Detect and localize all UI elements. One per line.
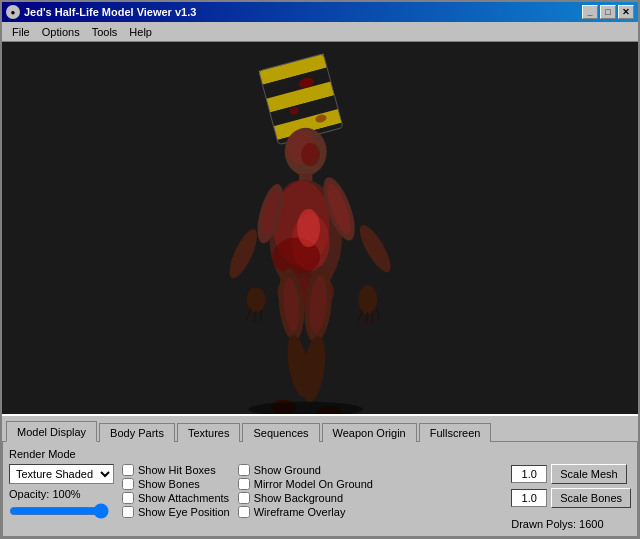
show-eye-position-checkbox[interactable] (122, 506, 134, 518)
model-svg (2, 42, 638, 414)
show-hit-boxes-row: Show Hit Boxes (122, 464, 230, 476)
tab-sequences[interactable]: Sequences (242, 423, 319, 442)
title-buttons: _ □ ✕ (582, 5, 634, 19)
scale-mesh-button[interactable]: Scale Mesh (551, 464, 626, 484)
opacity-slider-row (9, 504, 114, 518)
opacity-label: Opacity: 100% (9, 488, 114, 500)
maximize-button[interactable]: □ (600, 5, 616, 19)
show-attachments-checkbox[interactable] (122, 492, 134, 504)
minimize-button[interactable]: _ (582, 5, 598, 19)
wireframe-overlay-row: Wireframe Overlay (238, 506, 373, 518)
show-background-row: Show Background (238, 492, 373, 504)
scale-mesh-input[interactable] (511, 465, 547, 483)
show-bones-row: Show Bones (122, 478, 230, 490)
show-attachments-row: Show Attachments (122, 492, 230, 504)
app-icon: ● (6, 5, 20, 19)
show-background-checkbox[interactable] (238, 492, 250, 504)
render-mode-row: Render Mode (9, 448, 631, 460)
scale-bones-row: Scale Bones (511, 488, 631, 508)
mirror-model-checkbox[interactable] (238, 478, 250, 490)
render-mode-label: Render Mode (9, 448, 76, 460)
col-mid2: Show Ground Mirror Model On Ground Show … (238, 464, 373, 518)
show-bones-label: Show Bones (138, 478, 200, 490)
render-mode-select[interactable]: Texture Shaded Wireframe Flat Shaded Smo… (9, 464, 114, 484)
show-bones-checkbox[interactable] (122, 478, 134, 490)
wireframe-overlay-label: Wireframe Overlay (254, 506, 346, 518)
scale-bones-input[interactable] (511, 489, 547, 507)
title-bar-left: ● Jed's Half-Life Model Viewer v1.3 (6, 5, 196, 19)
wireframe-overlay-checkbox[interactable] (238, 506, 250, 518)
svg-point-14 (301, 143, 320, 166)
show-attachments-label: Show Attachments (138, 492, 229, 504)
model-container (2, 42, 638, 414)
menu-options[interactable]: Options (36, 24, 86, 40)
svg-point-24 (358, 285, 377, 314)
col-mid1: Show Hit Boxes Show Bones Show Attachmen… (122, 464, 230, 518)
opacity-slider[interactable] (9, 504, 109, 518)
menu-bar: File Options Tools Help (2, 22, 638, 42)
render-mode-select-box: Texture Shaded Wireframe Flat Shaded Smo… (9, 464, 114, 484)
show-eye-position-row: Show Eye Position (122, 506, 230, 518)
show-ground-checkbox[interactable] (238, 464, 250, 476)
tab-weapon-origin[interactable]: Weapon Origin (322, 423, 417, 442)
show-eye-position-label: Show Eye Position (138, 506, 230, 518)
scale-bones-button[interactable]: Scale Bones (551, 488, 631, 508)
3d-viewport[interactable] (2, 42, 638, 414)
svg-point-20 (297, 209, 320, 247)
show-background-label: Show Background (254, 492, 343, 504)
svg-point-32 (247, 287, 266, 312)
col-right: Scale Mesh Scale Bones Drawn Polys: 1600 (511, 464, 631, 530)
col-left: Texture Shaded Wireframe Flat Shaded Smo… (9, 464, 114, 518)
close-button[interactable]: ✕ (618, 5, 634, 19)
main-window: ● Jed's Half-Life Model Viewer v1.3 _ □ … (0, 0, 640, 539)
tab-model-display[interactable]: Model Display (6, 421, 97, 442)
tab-body-parts[interactable]: Body Parts (99, 423, 175, 442)
bottom-panel: Model Display Body Parts Textures Sequen… (2, 414, 638, 537)
menu-file[interactable]: File (6, 24, 36, 40)
tab-content-model-display: Render Mode Texture Shaded Wireframe Fla… (2, 441, 638, 537)
show-hit-boxes-label: Show Hit Boxes (138, 464, 216, 476)
drawn-polys-label: Drawn Polys: 1600 (511, 518, 631, 530)
show-hit-boxes-checkbox[interactable] (122, 464, 134, 476)
tab-bar: Model Display Body Parts Textures Sequen… (2, 416, 638, 441)
scale-mesh-row: Scale Mesh (511, 464, 631, 484)
menu-tools[interactable]: Tools (86, 24, 124, 40)
show-ground-label: Show Ground (254, 464, 321, 476)
title-bar: ● Jed's Half-Life Model Viewer v1.3 _ □ … (2, 2, 638, 22)
tab-textures[interactable]: Textures (177, 423, 241, 442)
show-ground-row: Show Ground (238, 464, 373, 476)
window-title: Jed's Half-Life Model Viewer v1.3 (24, 6, 196, 18)
menu-help[interactable]: Help (123, 24, 158, 40)
mirror-model-label: Mirror Model On Ground (254, 478, 373, 490)
mirror-model-row: Mirror Model On Ground (238, 478, 373, 490)
tab-fullscreen[interactable]: Fullscreen (419, 423, 492, 442)
